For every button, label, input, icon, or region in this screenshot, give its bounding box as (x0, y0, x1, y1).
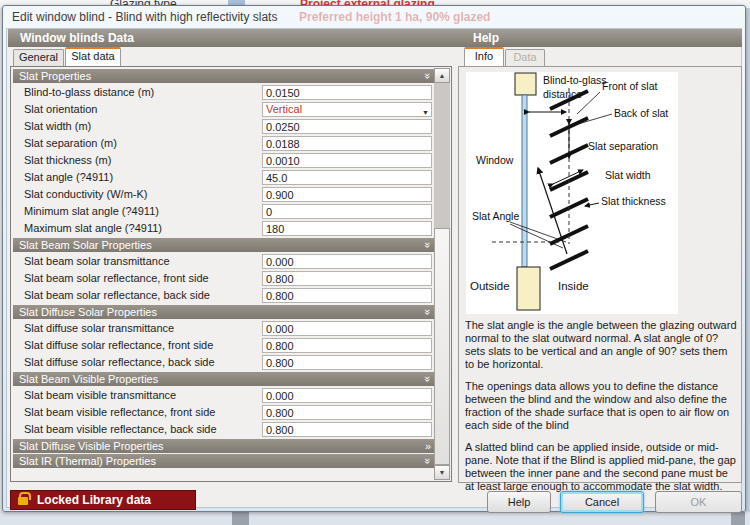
property-row: Maximum slat angle (?4911) (12, 220, 436, 237)
blind-diagram: Blind-to-glass distance Front of slat Ba… (466, 72, 678, 314)
section-title: Slat Beam Visible Properties (19, 373, 158, 385)
property-label: Maximum slat angle (?4911) (24, 222, 162, 234)
blind-diagram-svg: Blind-to-glass distance Front of slat Ba… (466, 72, 678, 314)
section-header-slat-diffuse-visible[interactable]: Slat Diffuse Visible Properties » (13, 439, 436, 453)
label-slat-thickness: Slat thickness (601, 195, 666, 207)
tab-slat-data[interactable]: Slat data (65, 47, 121, 66)
section-header-slat-beam-visible[interactable]: Slat Beam Visible Properties » (13, 372, 436, 386)
property-label: Slat beam visible reflectance, back side (24, 423, 217, 435)
property-row: Slat beam solar reflectance, front side (12, 270, 436, 287)
background-block (731, 512, 745, 525)
help-text: The slat angle is the angle between the … (465, 319, 737, 502)
background-window-bottom (0, 512, 750, 525)
expand-chevron-icon[interactable]: » (425, 439, 431, 453)
section-title: Slat Beam Solar Properties (19, 239, 152, 251)
property-row: Slat beam visible reflectance, front sid… (12, 404, 436, 421)
property-row: Slat orientation Vertical ▼ (12, 101, 436, 118)
collapse-chevron-icon[interactable]: » (421, 309, 435, 315)
slat-orientation-dropdown[interactable]: Vertical ▼ (262, 102, 432, 117)
beam-solar-reflectance-back-field[interactable] (262, 288, 432, 303)
list-scrollbar[interactable]: ▲ ▼ (434, 68, 450, 480)
label-blind-to-glass-1: Blind-to-glass (543, 74, 607, 86)
section-title: Slat Properties (19, 70, 91, 82)
slat-angle-leader2 (510, 224, 563, 248)
section-title: Slat Diffuse Solar Properties (19, 306, 157, 318)
window-frame-bottom (517, 267, 540, 310)
help-paragraph: The openings data allows you to define t… (465, 380, 737, 432)
section-header-slat-diffuse-solar[interactable]: Slat Diffuse Solar Properties » (13, 305, 436, 319)
diffuse-solar-transmittance-field[interactable] (262, 321, 432, 336)
section-header-slat-properties[interactable]: Slat Properties » (13, 69, 436, 83)
property-label: Slat conductivity (W/m-K) (24, 188, 147, 200)
background-watermark-text: Preferred height 1 ha, 90% glazed (299, 10, 490, 24)
tab-info[interactable]: Info (464, 47, 504, 66)
help-header: Help (473, 31, 499, 45)
diffuse-solar-reflectance-front-field[interactable] (262, 338, 432, 353)
property-row: Slat separation (m) (12, 135, 436, 152)
property-label: Blind-to-glass distance (m) (24, 86, 154, 98)
slat-thickness-pointer (585, 203, 599, 206)
section-title: Slat IR (Thermal) Properties (19, 455, 156, 467)
beam-visible-transmittance-field[interactable] (262, 388, 432, 403)
slat-data-property-list: Slat Properties » Blind-to-glass distanc… (10, 66, 452, 482)
property-row: Slat beam visible reflectance, back side (12, 421, 436, 438)
tab-data[interactable]: Data (505, 49, 545, 66)
tab-general[interactable]: General (13, 49, 64, 66)
slat-angle-field[interactable] (262, 170, 432, 185)
property-label: Slat diffuse solar transmittance (24, 322, 174, 334)
property-row: Slat width (m) (12, 118, 436, 135)
slat-conductivity-field[interactable] (262, 187, 432, 202)
collapse-chevron-icon[interactable]: » (421, 242, 435, 248)
dialog-title: Edit window blind - Blind with high refl… (12, 10, 277, 24)
property-label: Slat beam solar reflectance, back side (24, 289, 210, 301)
scrollbar-thumb[interactable] (434, 228, 450, 465)
property-row: Slat diffuse solar reflectance, front si… (12, 337, 436, 354)
section-title: Slat Diffuse Visible Properties (19, 440, 164, 452)
scroll-down-button[interactable]: ▼ (434, 465, 450, 480)
property-row: Slat angle (?4911) (12, 169, 436, 186)
minimum-slat-angle-field[interactable] (262, 204, 432, 219)
maximum-slat-angle-field[interactable] (262, 221, 432, 236)
beam-solar-transmittance-field[interactable] (262, 254, 432, 269)
property-label: Slat thickness (m) (24, 154, 111, 166)
property-row: Slat conductivity (W/m-K) (12, 186, 436, 203)
dialog-titlebar[interactable]: Edit window blind - Blind with high refl… (3, 6, 745, 28)
slat-width-field[interactable] (262, 119, 432, 134)
property-row: Slat diffuse solar reflectance, back sid… (12, 354, 436, 371)
label-slat-width: Slat width (605, 169, 651, 181)
property-row: Slat diffuse solar transmittance (12, 320, 436, 337)
property-row: Slat beam solar transmittance (12, 253, 436, 270)
collapse-chevron-icon[interactable]: » (421, 458, 435, 464)
padlock-icon (18, 497, 28, 505)
scroll-up-button[interactable]: ▲ (434, 68, 450, 83)
help-info-panel: Blind-to-glass distance Front of slat Ba… (458, 66, 742, 483)
window-glass (522, 95, 527, 267)
locked-label: Locked Library data (37, 493, 151, 507)
property-label: Slat diffuse solar reflectance, back sid… (24, 356, 215, 368)
group-header-bar: Window blinds Data Help (8, 29, 742, 47)
blind-to-glass-distance-field[interactable] (262, 85, 432, 100)
collapse-chevron-icon[interactable]: » (421, 73, 435, 79)
section-header-slat-ir-thermal[interactable]: Slat IR (Thermal) Properties » (13, 454, 436, 468)
slat-separation-field[interactable] (262, 136, 432, 151)
beam-solar-reflectance-front-field[interactable] (262, 271, 432, 286)
help-paragraph: A slatted blind can be applied inside, o… (465, 441, 737, 493)
property-row: Slat beam solar reflectance, back side (12, 287, 436, 304)
beam-visible-reflectance-front-field[interactable] (262, 405, 432, 420)
label-front-of-slat: Front of slat (602, 80, 658, 92)
property-label: Slat beam visible reflectance, front sid… (24, 406, 215, 418)
dropdown-value: Vertical (266, 103, 302, 115)
beam-visible-reflectance-back-field[interactable] (262, 422, 432, 437)
property-row: Slat beam visible transmittance (12, 387, 436, 404)
label-slat-separation: Slat separation (588, 140, 658, 152)
slat-thickness-field[interactable] (262, 153, 432, 168)
label-outside: Outside (470, 280, 510, 292)
collapse-chevron-icon[interactable]: » (421, 376, 435, 382)
diffuse-solar-reflectance-back-field[interactable] (262, 355, 432, 370)
property-row: Minimum slat angle (?4911) (12, 203, 436, 220)
label-slat-angle: Slat Angle (472, 210, 519, 222)
property-label: Slat separation (m) (24, 137, 117, 149)
property-list-content: Slat Properties » Blind-to-glass distanc… (12, 68, 436, 469)
property-label: Slat beam visible transmittance (24, 389, 176, 401)
section-header-slat-beam-solar[interactable]: Slat Beam Solar Properties » (13, 238, 436, 252)
